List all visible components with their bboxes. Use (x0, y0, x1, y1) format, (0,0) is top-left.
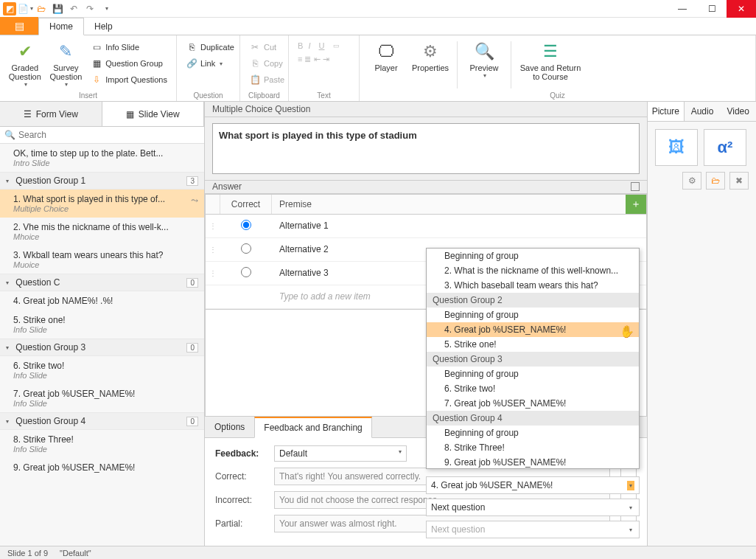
player-button[interactable]: 🖵Player (365, 38, 407, 91)
import-icon: ⇩ (91, 74, 102, 86)
slide-view-icon: ▦ (126, 109, 134, 119)
answer-text[interactable]: Alternative 1 (272, 221, 646, 231)
center-pane: Multiple Choice Question What sport is p… (205, 102, 647, 546)
dropdown-item[interactable]: Beginning of group (427, 249, 639, 263)
slide-item[interactable]: 2. Vhe mis the nickname of this well-k..… (0, 218, 204, 246)
player-icon: 🖵 (376, 41, 396, 62)
group-header[interactable]: ▾ Question C0 (0, 274, 204, 291)
incorrect-label: Incorrect: (215, 495, 267, 505)
media-image-slot[interactable]: 🖼 (655, 129, 698, 166)
slide-item[interactable]: 6. Strike two!Info Slide (0, 356, 204, 384)
media-equation-slot[interactable]: α² (704, 129, 746, 166)
drag-handle[interactable]: ⋮ (206, 222, 220, 230)
dropdown-item[interactable]: 2. What is the nickname of this well-kno… (427, 263, 639, 278)
slide-item-intro[interactable]: OK, time to step up to the plate. Bett..… (0, 144, 204, 172)
media-tab-audio[interactable]: Audio (685, 102, 721, 121)
survey-question-button[interactable]: ✎ Survey Question▾ (47, 38, 85, 91)
dropdown-item[interactable]: 8. Strike Three! (427, 440, 639, 455)
dropdown-item[interactable]: 7. Great job %USER_NAME%! (427, 396, 639, 411)
search-input[interactable] (18, 130, 200, 140)
slide-item[interactable]: 8. Strike Three!Info Slide (0, 430, 204, 458)
question-text-input[interactable]: What sport is played in this type of sta… (212, 123, 640, 175)
group-header[interactable]: ▾ Question Group 30 (0, 338, 204, 356)
dropdown-item[interactable]: 3. Which baseball team wears this hat? (427, 278, 639, 293)
dropdown-item[interactable]: Beginning of group (427, 426, 639, 440)
group-header[interactable]: ▾ Question Group 40 (0, 412, 204, 430)
link-button[interactable]: 🔗Link▾ (183, 56, 237, 71)
group-insert-title: Insert (6, 91, 170, 100)
group-header[interactable]: ▾ Question Group 13 (0, 172, 204, 190)
search-icon: 🔍 (4, 130, 15, 140)
ribbon-tab-file[interactable]: ▤ (0, 17, 38, 35)
qat-customize[interactable]: ▾ (99, 1, 113, 16)
branch-incorrect-select[interactable]: Next question▾ (426, 499, 640, 516)
correct-radio[interactable] (241, 220, 251, 230)
dropdown-item[interactable]: 5. Strike one! (427, 337, 639, 352)
tab-slide-view[interactable]: ▦Slide View (102, 102, 205, 126)
ribbon-tab-home[interactable]: Home (38, 18, 84, 35)
branch-selects: 4. Great job %USER_NAME%!▾ Next question… (426, 476, 640, 538)
branch-correct-select[interactable]: 4. Great job %USER_NAME%!▾ (426, 476, 640, 494)
qat-undo[interactable]: ↶ (66, 1, 81, 16)
slide-item[interactable]: 4. Great job NAME%! .%! (0, 291, 204, 310)
window-minimize[interactable]: — (668, 0, 697, 18)
media-tab-video[interactable]: Video (720, 102, 756, 121)
branch-dropdown-popup[interactable]: Beginning of group2. What is the nicknam… (426, 248, 640, 469)
tab-form-view[interactable]: ☰Form View (0, 102, 102, 126)
window-maximize[interactable]: ☐ (697, 0, 727, 18)
slide-item[interactable]: 3. Wkball team wears unears this hat?Muo… (0, 246, 204, 274)
form-view-icon: ☰ (24, 109, 32, 119)
qat-open[interactable]: 🗁 (34, 1, 49, 16)
question-group-button[interactable]: ▦Question Group (88, 56, 170, 71)
duplicate-button[interactable]: ⎘Duplicate (183, 40, 237, 55)
ribbon-tab-help[interactable]: Help (84, 18, 123, 35)
info-slide-icon: ▭ (91, 41, 102, 53)
add-answer-button[interactable]: ＋ (626, 195, 646, 214)
save-return-button[interactable]: ☰Save and Return to Course (517, 38, 584, 91)
media-tab-picture[interactable]: Picture (648, 102, 685, 121)
qat-redo[interactable]: ↷ (83, 1, 97, 16)
import-questions-button[interactable]: ⇩Import Questions (88, 72, 170, 87)
slide-item[interactable]: 1. What sport is played in this type of.… (0, 190, 204, 218)
properties-button[interactable]: ⚙Properties (410, 38, 451, 91)
cut-button[interactable]: ✂Cut (246, 40, 287, 55)
answer-row[interactable]: ⋮ Alternative 1 (206, 215, 646, 238)
group-question-title: Question (183, 91, 234, 100)
preview-button[interactable]: 🔍Preview▾ (463, 38, 505, 91)
dropdown-item[interactable]: 6. Strike two! (427, 381, 639, 396)
tab-feedback[interactable]: Feedback and Branching (254, 417, 371, 438)
media-settings-button[interactable]: ⚙ (682, 172, 701, 190)
text-list[interactable]: ≡ ≣ ⇤ ⇥ (295, 53, 343, 66)
text-bold[interactable]: B I U ▭ (295, 40, 343, 52)
tab-options[interactable]: Options (205, 417, 254, 437)
qat-save[interactable]: 💾 (50, 1, 65, 16)
copy-button[interactable]: ⎘Copy (246, 56, 287, 71)
correct-radio[interactable] (241, 267, 251, 277)
slide-item[interactable]: 7. Great job %USER_NAME%!Info Slide (0, 384, 204, 412)
search-row[interactable]: 🔍 (0, 127, 204, 144)
dropdown-item[interactable]: 4. Great job %USER_NAME%!✋ (427, 322, 639, 337)
drag-handle[interactable]: ⋮ (206, 246, 220, 254)
group-clipboard-title: Clipboard (246, 91, 282, 100)
correct-radio[interactable] (241, 243, 251, 254)
dropdown-item[interactable]: Beginning of group (427, 308, 639, 322)
slide-item[interactable]: 5. Strike one!Info Slide (0, 310, 204, 338)
graded-question-button[interactable]: ✔ Graded Question▾ (6, 38, 44, 91)
media-remove-button[interactable]: ✖ (729, 172, 749, 190)
paste-button[interactable]: 📋Paste (246, 72, 287, 87)
status-layout: "Default" (60, 549, 91, 558)
slide-item[interactable]: 9. Great job %USER_NAME%! (0, 458, 204, 477)
qat-new[interactable]: 📄▾ (18, 1, 32, 16)
media-open-button[interactable]: 🗁 (706, 172, 725, 190)
dropdown-item[interactable]: 9. Great job %USER_NAME%! (427, 455, 639, 469)
dropdown-item[interactable]: Beginning of group (427, 367, 639, 381)
feedback-mode-select[interactable]: Default▾ (274, 445, 407, 462)
info-slide-button[interactable]: ▭Info Slide (88, 40, 170, 55)
answer-expand-icon[interactable] (631, 182, 640, 191)
slide-list[interactable]: OK, time to step up to the plate. Bett..… (0, 144, 204, 546)
survey-icon: ✎ (55, 41, 76, 62)
branch-partial-select[interactable]: Next question▾ (426, 521, 640, 538)
drag-handle[interactable]: ⋮ (206, 269, 220, 277)
window-close[interactable]: ✕ (727, 0, 756, 18)
copy-icon: ⎘ (249, 58, 261, 69)
